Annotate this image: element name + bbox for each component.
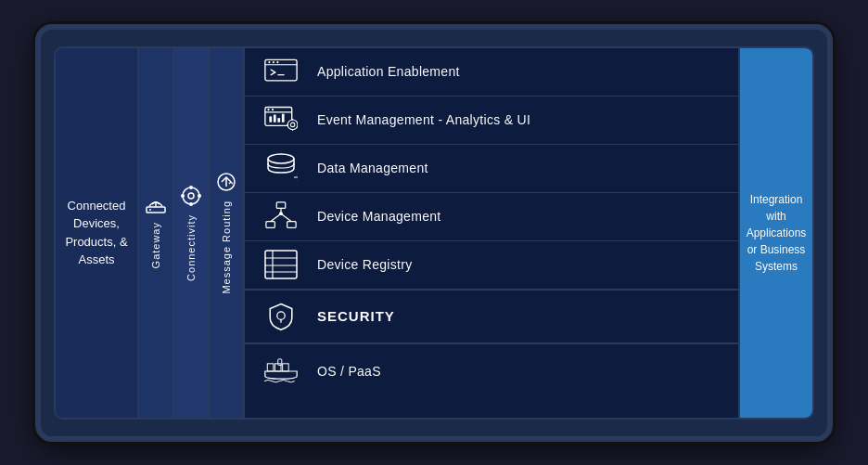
service-row-device-registry: Device Registry — [245, 241, 738, 290]
connectivity-label: Connectivity — [185, 214, 197, 281]
service-row-security: SECURITY — [245, 290, 738, 343]
database-icon — [264, 153, 298, 183]
integration-label: Integration with Applications or Busines… — [747, 191, 807, 275]
monitor-chart-icon — [264, 105, 298, 135]
event-management-label: Event Management - Analytics & UI — [317, 112, 530, 127]
svg-rect-47 — [267, 364, 274, 371]
service-row-app-enablement: Application Enablement — [245, 48, 738, 97]
paas-icon-container — [260, 356, 302, 386]
network-icon — [264, 201, 298, 231]
app-enablement-label: Application Enablement — [317, 64, 460, 79]
col-services: Application Enablement — [245, 48, 738, 418]
service-row-device-management: Device Management — [245, 193, 738, 241]
gateway-label: Gateway — [150, 222, 161, 268]
svg-rect-23 — [277, 118, 280, 123]
svg-point-31 — [268, 154, 294, 163]
svg-point-45 — [277, 311, 285, 318]
device-registry-label: Device Registry — [317, 257, 413, 272]
col-integration: Integration with Applications or Busines… — [738, 48, 812, 418]
svg-line-37 — [271, 213, 281, 222]
data-management-label: Data Management — [317, 161, 428, 175]
message-routing-icon — [215, 171, 237, 193]
svg-point-19 — [267, 109, 269, 110]
paas-label: OS / PaaS — [317, 364, 381, 379]
svg-point-14 — [273, 61, 274, 63]
connectivity-icon — [180, 185, 202, 207]
gateway-icon-container: Gateway — [145, 196, 167, 268]
main-container: Connected Devices, Products, & Assets Ga… — [54, 46, 814, 420]
svg-rect-22 — [274, 115, 276, 123]
connected-devices-label: Connected Devices, Products, & Assets — [63, 197, 130, 269]
terminal-icon — [264, 57, 298, 86]
svg-point-4 — [188, 193, 194, 199]
service-row-event-management: Event Management - Analytics & UI — [245, 97, 738, 145]
device-registry-icon-container — [260, 250, 302, 279]
security-label: SECURITY — [317, 308, 395, 324]
svg-point-1 — [149, 209, 151, 211]
col-message-routing: Message Routing — [210, 48, 245, 418]
svg-rect-34 — [266, 222, 274, 228]
svg-point-3 — [183, 187, 199, 204]
svg-point-6 — [189, 202, 193, 206]
svg-line-38 — [281, 213, 291, 222]
svg-point-5 — [189, 186, 193, 189]
col-connectivity: Connectivity — [174, 48, 210, 418]
svg-point-7 — [181, 194, 185, 198]
svg-point-25 — [287, 120, 298, 130]
svg-rect-33 — [276, 202, 285, 209]
svg-point-39 — [279, 212, 283, 215]
col-gateway: Gateway — [139, 48, 174, 418]
svg-point-13 — [268, 61, 270, 63]
event-management-icon-container — [260, 105, 302, 135]
container-icon — [264, 356, 298, 386]
svg-point-20 — [272, 109, 274, 110]
security-icon-container — [260, 302, 302, 331]
app-enablement-icon-container — [260, 57, 302, 86]
svg-rect-35 — [287, 222, 296, 228]
col-connected-devices: Connected Devices, Products, & Assets — [56, 48, 139, 418]
list-icon — [264, 250, 298, 279]
svg-rect-24 — [282, 114, 285, 123]
svg-point-15 — [276, 61, 278, 63]
service-row-data-management: Data Management — [245, 145, 738, 193]
message-routing-icon-container: Message Routing — [215, 171, 237, 294]
connectivity-icon-container: Connectivity — [180, 185, 202, 281]
data-management-icon-container — [260, 153, 302, 183]
router-icon — [145, 196, 167, 214]
service-row-paas: OS / PaaS — [245, 343, 738, 399]
svg-rect-40 — [265, 251, 297, 278]
device-frame: Connected Devices, Products, & Assets Ga… — [35, 24, 833, 442]
svg-point-8 — [198, 194, 201, 198]
device-management-icon-container — [260, 201, 302, 231]
shield-icon — [264, 302, 298, 331]
device-management-label: Device Management — [317, 209, 441, 224]
svg-rect-49 — [283, 364, 289, 371]
svg-rect-21 — [269, 116, 272, 122]
message-routing-label: Message Routing — [221, 200, 232, 294]
